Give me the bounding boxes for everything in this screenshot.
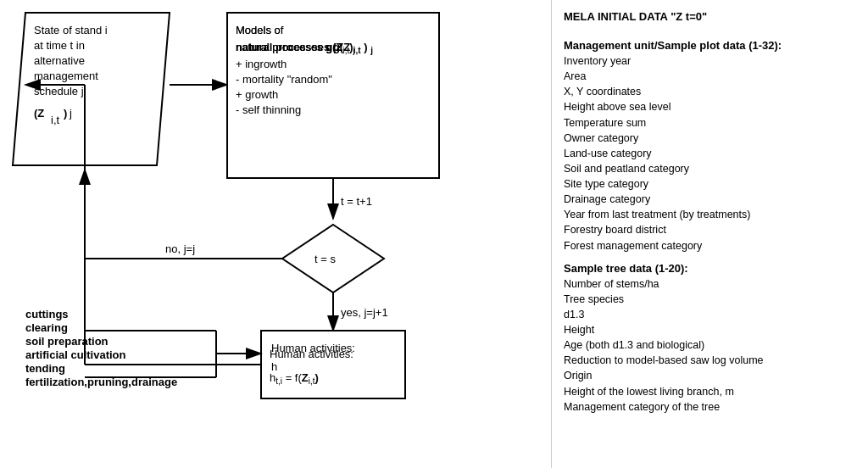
list-item: Owner category — [564, 131, 856, 146]
state-line1: State of stand i — [34, 24, 108, 36]
list-item: d1.3 — [564, 307, 856, 322]
list-item: Land-use category — [564, 146, 856, 161]
section2-title: Sample tree data (1-20): — [564, 262, 856, 275]
diagram-area: State of stand i at time t in alternativ… — [0, 0, 551, 468]
list-item: Management category of the tree — [564, 399, 856, 415]
state-line6c: ) — [64, 107, 67, 120]
t-plus-1-label: t = t+1 — [341, 195, 372, 208]
info-title: MELA INITIAL DATA "Z t=0" — [564, 10, 856, 23]
diamond-label: t = s — [314, 253, 336, 265]
state-line6d: j — [69, 107, 72, 120]
list-item: Inventory year — [564, 53, 856, 69]
list-item: Forest management category — [564, 238, 856, 254]
state-line5: schedule j — [34, 85, 84, 98]
section1-title: Management unit/Sample plot data (1-32): — [564, 39, 856, 52]
list-item: X, Y coordinates — [564, 84, 856, 99]
info-panel: MELA INITIAL DATA "Z t=0" Management uni… — [551, 0, 868, 468]
no-label: no, j=j — [165, 242, 195, 255]
list-item: Forestry board district — [564, 222, 856, 237]
human-box — [261, 331, 405, 398]
list-item: Height — [564, 322, 856, 337]
list-item: Tree species — [564, 292, 856, 307]
section1-list: Inventory yearAreaX, Y coordinatesHeight… — [564, 53, 856, 254]
state-line6b: i,t — [51, 114, 60, 126]
list-item: Number of stems/ha — [564, 276, 856, 292]
list-item: Soil and peatland category — [564, 161, 856, 176]
state-line6: (Z — [34, 107, 44, 120]
state-line2: at time t in — [34, 39, 85, 52]
section2-list: Number of stems/haTree speciesd1.3Height… — [564, 276, 856, 415]
list-item: Reduction to model-based saw log volume — [564, 353, 856, 368]
list-item: Height above sea level — [564, 99, 856, 114]
list-item: Height of the lowest living branch, m — [564, 384, 856, 399]
activities-text: cuttings clearing soil preparation artif… — [25, 308, 177, 388]
yes-label: yes, j=j+1 — [341, 306, 388, 319]
list-item: Temperature sum — [564, 115, 856, 131]
list-item: Year from last treatment (by treatments) — [564, 207, 856, 222]
list-item: Area — [564, 69, 856, 84]
human-line1: Human activities: — [270, 348, 353, 360]
list-item: Age (both d1.3 and biological) — [564, 337, 856, 353]
list-item: Site type category — [564, 176, 856, 192]
list-item: Origin — [564, 368, 856, 383]
state-line3: alternative — [34, 54, 85, 67]
list-item: Drainage category — [564, 192, 856, 207]
state-line4: management — [34, 70, 98, 82]
